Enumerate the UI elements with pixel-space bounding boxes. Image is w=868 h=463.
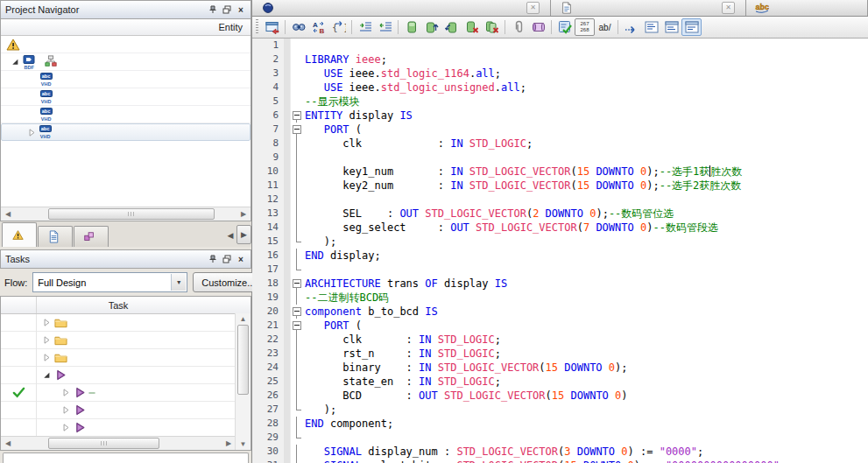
code-line-22[interactable]: 22 clk : IN STD_LOGIC; (252, 333, 868, 347)
expand-icon[interactable] (39, 352, 53, 363)
scroll-right-icon[interactable]: ▶ (222, 437, 236, 450)
bookmark-prev-button[interactable] (441, 18, 462, 36)
hscroll-thumb[interactable] (48, 438, 159, 449)
scroll-left-icon[interactable]: ◀ (1, 437, 15, 450)
unindent-button[interactable] (375, 18, 395, 36)
code-editor[interactable]: 12LIBRARY ieee;3 USE ieee.std_logic_1164… (252, 39, 868, 463)
expand-icon[interactable] (59, 422, 73, 433)
chevron-down-icon[interactable]: ▼ (171, 274, 186, 291)
task-row-assembler-generate-programming[interactable] (1, 419, 251, 436)
collapse-icon[interactable] (8, 56, 22, 67)
code-line-19[interactable]: 19--二进制转BCD码 (252, 291, 868, 305)
code-line-23[interactable]: 23 rst_n : IN STD_LOGIC; (252, 347, 868, 361)
code-line-11[interactable]: 11 key2_num : IN STD_LOGIC_VECTOR(15 DOW… (252, 179, 868, 193)
toolbar-grip[interactable] (256, 19, 258, 35)
expand-icon[interactable] (59, 404, 73, 416)
spell-check-button[interactable] (554, 18, 575, 36)
close-tab-icon[interactable]: ✕ (526, 2, 540, 14)
code-line-20[interactable]: 20component b_to_bcd IS (252, 305, 868, 319)
code-line-29[interactable]: 29 (252, 431, 868, 445)
document-tab-compilation-report-bahe[interactable]: ✕ (252, 0, 551, 16)
bookmark-delete-button[interactable] (462, 18, 482, 36)
find-button[interactable] (288, 18, 308, 36)
scroll-down-icon[interactable]: ▼ (236, 438, 250, 450)
task-row-analysis-synthesis[interactable] (1, 384, 251, 402)
document-tab-bahe-bdf[interactable]: ✕ (551, 0, 746, 16)
task-row-create-design[interactable] (1, 332, 251, 349)
scroll-right-icon[interactable]: ▶ (236, 207, 251, 221)
code-line-8[interactable]: 8 clk : IN STD_LOGIC; (252, 137, 868, 151)
code-line-1[interactable]: 1 (252, 39, 868, 53)
collapse-icon[interactable] (39, 369, 53, 381)
tab-files[interactable] (38, 226, 73, 247)
task-column-header[interactable]: Task (1, 297, 251, 314)
view-pane-button[interactable] (641, 18, 661, 36)
tab-scroll-left-icon[interactable]: ◀ (224, 227, 236, 244)
code-line-5[interactable]: 5--显示模块 (252, 95, 868, 109)
tab-scroll-right-icon[interactable]: ▶ (236, 225, 251, 244)
project-navigator-hscrollbar[interactable]: ◀ ▶ (1, 207, 251, 221)
close-icon[interactable]: × (234, 4, 248, 16)
vscroll-thumb[interactable] (237, 325, 249, 395)
code-line-15[interactable]: 15 ); (252, 235, 868, 249)
task-row-compile-design[interactable] (1, 367, 251, 384)
flow-select[interactable]: Full Design ▼ (32, 272, 187, 292)
scroll-up-icon[interactable]: ▲ (236, 313, 250, 325)
tab-design-units[interactable] (74, 226, 109, 247)
code-line-2[interactable]: 2LIBRARY ieee; (252, 53, 868, 67)
indent-button[interactable] (355, 18, 375, 36)
tasks-hscrollbar[interactable]: ◀ ▶ (1, 436, 236, 450)
match-brace-button[interactable]: { } (328, 18, 349, 36)
entity-tree-item-bahe[interactable]: BDF (1, 53, 251, 71)
code-line-14[interactable]: 14 seg_select : OUT STD_LOGIC_VECTOR(7 D… (252, 221, 868, 235)
close-tab-icon[interactable]: ✕ (722, 2, 735, 14)
code-line-3[interactable]: 3 USE ieee.std_logic_1164.all; (252, 67, 868, 81)
tab-hierarchy[interactable] (2, 222, 37, 247)
attach-note-button[interactable] (508, 18, 528, 36)
pin-icon[interactable] (206, 4, 220, 16)
entity-column-header[interactable]: Entity (1, 19, 251, 36)
document-tab-bahe-ctrl-v[interactable]: abc (746, 0, 868, 16)
entity-tree-item-key-jitter-inst2[interactable]: abcVHD (1, 106, 251, 123)
code-line-31[interactable]: 31 SIGNAL select_bit : STD_LOGIC_VECTOR(… (252, 459, 868, 463)
replace-button[interactable]: AB (308, 18, 328, 36)
fold-collapse-icon[interactable] (293, 321, 301, 330)
bookmark-next-button[interactable] (421, 18, 441, 36)
task-row-fitter-place-route[interactable] (1, 402, 251, 419)
code-line-26[interactable]: 26 BCD : OUT STD_LOGIC_VECTOR(15 DOWNTO … (252, 389, 868, 403)
scroll-left-icon[interactable]: ◀ (1, 207, 15, 221)
expand-icon[interactable] (39, 334, 53, 346)
fold-collapse-icon[interactable] (293, 307, 301, 316)
fold-collapse-icon[interactable] (293, 279, 301, 288)
line-counter-indicator[interactable]: 267268 (575, 18, 595, 36)
restore-icon[interactable] (220, 4, 234, 16)
code-line-28[interactable]: 28END component; (252, 417, 868, 431)
close-icon[interactable]: × (234, 253, 248, 265)
comment-toggle-button[interactable]: ab/ (595, 18, 615, 36)
expand-icon[interactable] (39, 317, 53, 328)
code-line-7[interactable]: 7 PORT ( (252, 123, 868, 137)
expand-icon[interactable] (25, 127, 39, 138)
entity-tree-item-bahe-ctrl-inst[interactable]: abcVHD (1, 71, 251, 88)
view-new-button[interactable] (661, 18, 681, 36)
code-line-21[interactable]: 21 PORT ( (252, 319, 868, 333)
macro-button[interactable] (528, 18, 548, 36)
bookmark-toggle-button[interactable] (401, 18, 421, 36)
entity-tree-item-cyclone-iv-e-ep4ce40f23c8[interactable] (1, 36, 251, 53)
entity-tree-item-display-inst3[interactable]: abcVHD (1, 123, 251, 141)
code-line-4[interactable]: 4 USE ieee.std_logic_unsigned.all; (252, 81, 868, 95)
code-line-16[interactable]: 16END display; (252, 249, 868, 263)
fold-collapse-icon[interactable] (293, 111, 301, 120)
code-line-12[interactable]: 12 (252, 193, 868, 207)
fold-collapse-icon[interactable] (293, 125, 301, 134)
code-line-10[interactable]: 10 key1_num : IN STD_LOGIC_VECTOR(15 DOW… (252, 165, 868, 179)
task-row-assign-constraints[interactable] (1, 349, 251, 367)
tasks-vscrollbar[interactable]: ▲ ▼ (235, 313, 251, 450)
pin-icon[interactable] (206, 253, 220, 265)
code-line-13[interactable]: 13 SEL : OUT STD_LOGIC_VECTOR(2 DOWNTO 0… (252, 207, 868, 221)
restore-icon[interactable] (220, 253, 234, 265)
view-split-button[interactable] (681, 18, 702, 36)
open-in-window-button[interactable] (262, 18, 282, 36)
code-line-27[interactable]: 27 ); (252, 403, 868, 417)
code-line-17[interactable]: 17 (252, 263, 868, 277)
